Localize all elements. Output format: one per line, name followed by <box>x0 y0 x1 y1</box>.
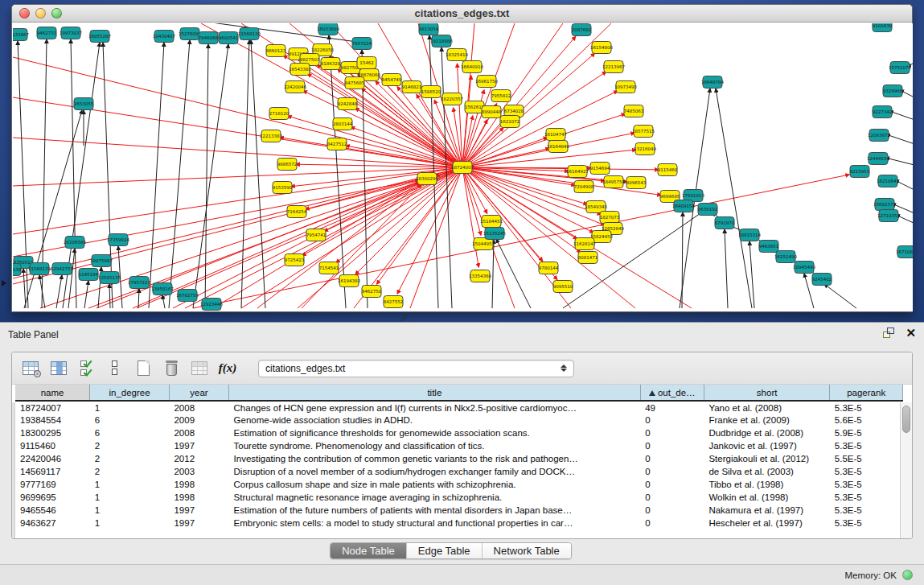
graph-node[interactable]: 15135245 <box>483 228 506 240</box>
cell-year[interactable]: 2008 <box>169 401 228 414</box>
cell-in_degree[interactable]: 2 <box>90 465 170 478</box>
graph-node[interactable]: 8186328 <box>321 58 341 70</box>
cell-pagerank[interactable]: 5.3E-5 <box>830 401 903 414</box>
graph-node[interactable]: 1588520 <box>421 86 441 98</box>
table-row[interactable]: 946362711997Embryonic stem cells: a mode… <box>15 517 903 529</box>
graph-node[interactable]: 8660123 <box>266 45 286 57</box>
graph-node[interactable]: 9242848 <box>338 98 358 110</box>
cell-pagerank[interactable]: 5.3E-5 <box>830 465 903 478</box>
cell-pagerank[interactable]: 5.6E-5 <box>830 414 903 426</box>
cell-name[interactable]: 14569117 <box>15 465 90 478</box>
graph-node[interactable]: 8639192 <box>698 204 718 216</box>
cell-pagerank[interactable]: 5.5E-5 <box>830 452 903 465</box>
show-columns-button[interactable] <box>48 358 69 379</box>
graph-node[interactable]: 9245402 <box>812 274 832 286</box>
cell-pagerank[interactable]: 5.3E-5 <box>830 491 903 504</box>
cell-out_degree[interactable]: 0 <box>640 478 704 491</box>
graph-node[interactable]: 2718120 <box>269 108 290 120</box>
cell-in_degree[interactable]: 1 <box>90 491 170 504</box>
graph-node[interactable]: 16640910 <box>461 61 483 73</box>
graph-node[interactable]: 7485063 <box>624 105 644 117</box>
cell-title[interactable]: Corpus callosum shape and size in male p… <box>229 478 641 491</box>
table-options-button[interactable] <box>20 358 41 379</box>
table-row[interactable]: 969969511998Structural magnetic resonanc… <box>15 491 903 504</box>
graph-node[interactable]: 18724007 <box>451 162 474 174</box>
graph-node[interactable]: 15751074 <box>889 62 911 74</box>
graph-node[interactable]: 9329966 <box>883 85 903 97</box>
cell-year[interactable]: 2008 <box>169 426 228 439</box>
panel-collapse-arrow-icon[interactable] <box>2 280 6 286</box>
graph-node[interactable]: 16055287 <box>88 31 111 43</box>
cell-short[interactable]: Hescheler et al. (1997) <box>704 517 829 529</box>
graph-node[interactable]: 16164927 <box>566 166 589 178</box>
graph-node[interactable]: 13354360 <box>469 270 491 282</box>
graph-node[interactable]: 13505135 <box>98 272 121 284</box>
cell-title[interactable]: Embryonic stem cells: a model to study s… <box>229 517 641 529</box>
network-canvas[interactable]: 1872400718300295866012389129551822605898… <box>13 23 913 311</box>
new-column-button[interactable] <box>133 358 154 379</box>
graph-node[interactable]: 13958167 <box>151 283 174 295</box>
graph-node[interactable]: 12710354 <box>877 210 900 222</box>
graph-node[interactable]: 10430407 <box>153 31 175 43</box>
cell-name[interactable]: 22420046 <box>15 452 90 465</box>
graph-node[interactable]: 18300295 <box>416 173 438 185</box>
close-panel-icon[interactable]: ✕ <box>906 328 916 338</box>
column-header-out_degree[interactable]: out_de… <box>640 385 704 401</box>
graph-node[interactable]: 2653055 <box>74 98 94 110</box>
cell-name[interactable]: 9699695 <box>15 491 90 504</box>
cell-title[interactable]: Structural magnetic resonance image aver… <box>229 491 641 504</box>
table-row[interactable]: 1872400712008Changes of HCN gene express… <box>15 401 903 414</box>
graph-node[interactable]: 19975887 <box>90 255 113 267</box>
graph-node[interactable]: 9463651 <box>759 241 779 253</box>
table-row[interactable]: 911546021997Tourette syndrome. Phenomeno… <box>15 439 903 452</box>
graph-node[interactable]: 7204908 <box>574 181 594 193</box>
minimize-window-icon[interactable] <box>35 8 46 19</box>
cell-short[interactable]: Wolkin et al. (1998) <box>704 491 829 504</box>
cell-year[interactable]: 2009 <box>169 414 228 426</box>
column-header-in_degree[interactable]: in_degree <box>90 385 170 401</box>
cell-in_degree[interactable]: 6 <box>90 414 170 426</box>
graph-node[interactable]: 9154694 <box>590 163 610 175</box>
graph-node[interactable]: 15462 <box>357 57 376 69</box>
graph-node[interactable]: 8475685 <box>345 77 365 89</box>
table-row[interactable]: 1938455462009Genome-wide association stu… <box>15 414 903 426</box>
cell-year[interactable]: 2012 <box>169 452 228 465</box>
cell-pagerank[interactable]: 5.3E-5 <box>830 517 903 529</box>
graph-node[interactable]: 7164254 <box>287 206 307 218</box>
graph-node[interactable]: 16151490 <box>774 251 797 263</box>
graph-node[interactable]: 18495754 <box>602 176 625 188</box>
cell-short[interactable]: de Silva et al. (2003) <box>704 465 829 478</box>
graph-node[interactable]: 16154808 <box>590 42 613 54</box>
cell-year[interactable]: 1997 <box>169 439 228 452</box>
graph-node[interactable]: 10973493 <box>614 81 637 93</box>
cell-year[interactable]: 1997 <box>169 517 228 529</box>
column-header-name[interactable]: name <box>15 385 90 401</box>
cell-name[interactable]: 19384554 <box>15 414 90 426</box>
graph-node[interactable]: 8427552 <box>384 296 404 308</box>
graph-node[interactable]: 2803144 <box>333 118 353 130</box>
graph-node[interactable]: 8454749 <box>382 74 402 86</box>
graph-node[interactable]: 13216049 <box>634 143 656 155</box>
cell-in_degree[interactable]: 1 <box>90 401 170 414</box>
graph-node[interactable]: 9462733 <box>37 27 57 39</box>
graph-node[interactable]: 8081471 <box>578 252 598 264</box>
graph-node[interactable]: 15184451 <box>480 216 503 228</box>
graph-node[interactable]: 1145194 <box>79 269 99 281</box>
graph-node[interactable]: 7846066 <box>199 32 219 44</box>
graph-node[interactable]: 9780144 <box>539 262 559 274</box>
graph-node[interactable]: 12444154 <box>867 153 889 165</box>
select-columns-button[interactable] <box>76 358 97 379</box>
graph-node[interactable]: 7955812 <box>491 90 511 102</box>
graph-node[interactable]: 16710834 <box>896 246 913 258</box>
cell-pagerank[interactable]: 5.9E-5 <box>830 426 903 439</box>
graph-node[interactable]: 16409154 <box>672 200 695 212</box>
column-header-title[interactable]: title <box>229 385 641 401</box>
cell-pagerank[interactable]: 5.3E-5 <box>830 504 903 517</box>
delete-table-button[interactable] <box>189 358 210 379</box>
graph-node[interactable]: 8096543 <box>626 177 647 189</box>
graph-node[interactable]: 7857224 <box>352 38 372 50</box>
cell-out_degree[interactable]: 0 <box>640 517 704 529</box>
row-height-button[interactable] <box>105 358 125 379</box>
graph-node[interactable]: 6791970 <box>715 217 735 229</box>
column-header-pagerank[interactable]: pagerank <box>830 385 903 401</box>
